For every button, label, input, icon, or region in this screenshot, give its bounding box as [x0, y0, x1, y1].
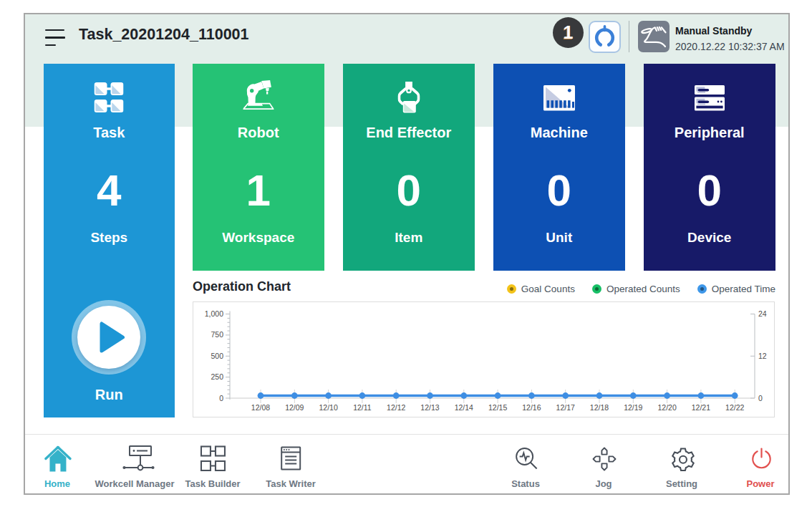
operated-time-point	[258, 392, 264, 399]
y-axis-left-label: 750	[211, 330, 223, 339]
x-axis-label: 12/20	[657, 403, 676, 412]
nav-status[interactable]: Status	[511, 445, 540, 489]
status-icon	[513, 445, 538, 471]
operated-time-point	[562, 392, 569, 399]
legend-item: Operated Time	[697, 284, 775, 294]
legend-label: Goal Counts	[521, 284, 575, 294]
notification-badge[interactable]: 1	[553, 17, 584, 48]
nav-power[interactable]: Power	[746, 445, 774, 489]
x-axis-label: 12/10	[319, 403, 337, 412]
x-axis-label: 12/14	[455, 403, 473, 412]
card-task: Task 4 Steps Run	[44, 64, 175, 417]
operated-time-point	[528, 392, 535, 399]
card-sublabel: Item	[343, 230, 475, 245]
workcell-manager-icon	[122, 445, 148, 471]
card-title: Task	[44, 125, 175, 140]
nav-label: Task Builder	[185, 478, 240, 489]
nav-workcell-manager[interactable]: Workcell Manager	[95, 445, 174, 489]
card-peripheral: Peripheral 0 Device	[644, 64, 775, 271]
card-value: 0	[493, 168, 625, 213]
x-axis-label: 12/09	[285, 403, 304, 412]
power-icon	[748, 445, 773, 471]
nav-setting[interactable]: Setting	[666, 445, 697, 489]
legend-dot	[592, 284, 601, 294]
x-axis-label: 12/17	[556, 403, 575, 412]
legend-label: Operated Time	[712, 284, 775, 294]
card-title: End Effector	[343, 125, 475, 140]
page-title: Task_20201204_110001	[79, 26, 249, 44]
x-axis-label: 12/15	[488, 403, 507, 412]
nav-task-writer[interactable]: Task Writer	[266, 445, 316, 489]
nav-label: Setting	[666, 478, 697, 489]
x-axis-label: 12/16	[522, 403, 541, 412]
nav-label: Task Writer	[266, 478, 316, 489]
card-value: 0	[644, 168, 775, 213]
task-writer-icon	[278, 445, 304, 471]
operated-time-point	[325, 392, 332, 399]
x-axis-label: 12/12	[387, 403, 405, 412]
bottom-nav: Home Workcell Manager Task Builder Task …	[25, 434, 788, 493]
nav-label: Power	[746, 478, 774, 489]
operated-time-point	[427, 392, 433, 399]
header-divider	[629, 21, 629, 52]
operated-time-point	[393, 392, 400, 399]
manual-mode-button[interactable]	[638, 21, 670, 52]
card-sublabel: Steps	[44, 230, 175, 245]
operated-time-point	[630, 392, 637, 399]
card-end-effector: End Effector 0 Item	[343, 64, 475, 271]
nav-label: Workcell Manager	[95, 478, 174, 489]
operated-time-point	[291, 392, 298, 399]
legend-dot	[697, 284, 707, 294]
run-label: Run	[44, 387, 175, 403]
chart-legend: Goal CountsOperated CountsOperated Time	[507, 284, 775, 294]
end-effector-tool-button[interactable]	[589, 21, 621, 53]
operated-time-point	[359, 392, 366, 399]
machine-icon	[543, 85, 575, 111]
y-axis-right-label: 0	[758, 394, 763, 402]
card-title: Machine	[493, 125, 625, 140]
jog-icon	[591, 445, 617, 471]
operated-time-point	[698, 392, 705, 399]
legend-label: Operated Counts	[606, 284, 680, 294]
x-axis-label: 12/18	[590, 403, 609, 412]
peripheral-icon	[695, 85, 725, 111]
home-icon	[44, 445, 70, 471]
app-frame: Task_20201204_110001 1 Manual Standby 20…	[24, 13, 790, 495]
card-sublabel: Unit	[493, 230, 625, 245]
x-axis-label: 12/19	[624, 403, 642, 412]
card-sublabel: Device	[644, 230, 775, 245]
nav-home[interactable]: Home	[44, 445, 70, 489]
card-value: 0	[343, 168, 475, 213]
nav-jog[interactable]: Jog	[591, 445, 617, 489]
card-value: 4	[44, 168, 175, 213]
card-title: Peripheral	[644, 125, 775, 140]
task-builder-icon	[200, 445, 226, 471]
nav-label: Status	[511, 478, 540, 489]
y-axis-left-label: 1,000	[205, 309, 223, 318]
card-value: 1	[193, 168, 324, 213]
y-axis-left-label: 500	[211, 352, 223, 360]
nav-task-builder[interactable]: Task Builder	[185, 445, 240, 489]
operation-chart: 1,00075050025002412012/0812/0912/1012/11…	[193, 301, 775, 417]
operated-time-point	[596, 392, 603, 399]
operated-time-point	[732, 392, 738, 399]
chart-title: Operation Chart	[193, 279, 291, 294]
legend-dot	[507, 284, 516, 294]
y-axis-left-label: 0	[219, 394, 223, 402]
x-axis-label: 12/22	[725, 403, 744, 412]
menu-icon[interactable]	[45, 29, 67, 49]
operated-time-point	[495, 392, 501, 399]
x-axis-label: 12/11	[353, 403, 372, 412]
card-machine: Machine 0 Unit	[493, 64, 625, 271]
operated-time-point	[664, 392, 670, 399]
setting-icon	[669, 445, 695, 471]
y-axis-right-label: 24	[758, 309, 767, 318]
y-axis-right-label: 12	[758, 352, 767, 360]
datetime-label: 2020.12.22 10:32:37 AM	[675, 41, 785, 52]
nav-label: Jog	[591, 478, 617, 489]
y-axis-left-label: 250	[211, 372, 223, 381]
run-button[interactable]	[72, 300, 146, 375]
robot-arm-icon	[243, 80, 274, 110]
operated-time-point	[460, 392, 467, 399]
card-sublabel: Workspace	[193, 230, 324, 245]
